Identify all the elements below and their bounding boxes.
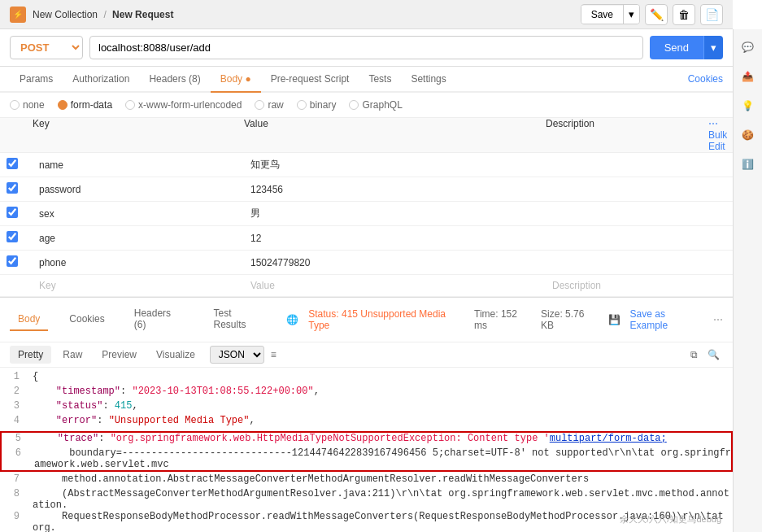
save-dropdown-button[interactable]: ▾ <box>623 5 639 24</box>
row1-checkbox[interactable] <box>7 158 18 169</box>
empty-value[interactable]: Value <box>244 275 546 296</box>
radio-none[interactable]: none <box>10 99 45 111</box>
row1-value[interactable]: 知更鸟 <box>244 153 546 177</box>
error-highlight-block: 5 "trace": "org.springframework.web.Http… <box>0 431 733 472</box>
response-tab-test-results[interactable]: Test Results <box>206 303 274 337</box>
radio-dot-form-data <box>58 100 67 110</box>
radio-dot-graphql <box>349 100 359 110</box>
radio-dot-none <box>10 100 20 110</box>
breadcrumb: New Collection / New Request <box>33 9 173 20</box>
app-icon: ⚡ <box>10 7 26 23</box>
row2-value[interactable]: 123456 <box>244 179 546 200</box>
cookies-link[interactable]: Cookies <box>688 73 723 85</box>
send-button[interactable]: Send <box>650 36 703 59</box>
radio-form-data[interactable]: form-data <box>58 99 112 111</box>
radio-graphql[interactable]: GraphQL <box>349 99 402 111</box>
url-bar: POST GET PUT DELETE Send ▾ <box>0 29 733 67</box>
row4-key[interactable]: age <box>33 228 244 249</box>
cookie-icon[interactable]: 🍪 <box>737 124 760 146</box>
form-table-header: Key Value Description ⋯ Bulk Edit <box>0 118 733 153</box>
row4-description[interactable] <box>546 233 708 243</box>
row4-value[interactable]: 12 <box>244 228 546 249</box>
json-line-1: 1 { <box>0 371 733 386</box>
format-tab-preview[interactable]: Preview <box>94 346 145 364</box>
row3-key[interactable]: sex <box>33 203 244 225</box>
json-line-5: 5 "trace": "org.springframework.web.Http… <box>2 433 731 447</box>
row1-description[interactable] <box>546 160 708 170</box>
col-key: Key <box>33 118 244 152</box>
table-empty-row: Key Value Description <box>0 275 733 297</box>
response-tab-cookies[interactable]: Cookies <box>61 308 112 331</box>
col-bulk-edit[interactable]: ⋯ Bulk Edit <box>708 118 733 152</box>
table-row: name 知更鸟 <box>0 153 733 177</box>
response-tab-headers[interactable]: Headers (6) <box>126 303 193 337</box>
copy-icon[interactable]: ⧉ <box>687 346 701 364</box>
info-icon[interactable]: ℹ️ <box>737 153 760 176</box>
comments-icon[interactable]: 💬 <box>737 36 760 59</box>
tab-tests[interactable]: Tests <box>359 67 401 93</box>
top-bar-actions: Save ▾ ✏️ 🗑 📄 <box>581 4 723 25</box>
send-btn-group: Send ▾ <box>650 36 723 59</box>
time-value: Time: 152 ms <box>474 308 531 331</box>
request-tabs: Params Authorization Headers (8) Body ● … <box>0 67 733 93</box>
json-line-6: 6 boundary=-----------------------------… <box>2 447 731 470</box>
save-button[interactable]: Save <box>581 6 623 24</box>
format-tab-pretty[interactable]: Pretty <box>10 346 51 364</box>
tab-headers[interactable]: Headers (8) <box>139 67 210 93</box>
form-table-area: Key Value Description ⋯ Bulk Edit name 知… <box>0 118 733 297</box>
tab-body[interactable]: Body ● <box>211 67 261 93</box>
response-tab-body[interactable]: Body <box>10 308 48 331</box>
edit-icon-button[interactable]: ✏️ <box>645 4 668 25</box>
url-input[interactable] <box>89 36 643 59</box>
file-icon-button[interactable]: 📄 <box>700 4 723 25</box>
row1-key[interactable]: name <box>33 155 244 176</box>
response-meta: 🌐 Status: 415 Unsupported Media Type Tim… <box>286 308 723 331</box>
status-badge: Status: 415 Unsupported Media Type <box>308 308 464 331</box>
delete-icon-button[interactable]: 🗑 <box>673 4 695 25</box>
tab-params[interactable]: Params <box>10 67 63 93</box>
row5-checkbox[interactable] <box>7 255 18 267</box>
row3-description[interactable] <box>546 209 708 219</box>
save-example-button[interactable]: Save as Example <box>630 308 704 331</box>
row5-key[interactable]: phone <box>33 252 244 273</box>
more-options-icon[interactable]: ⋯ <box>713 314 723 325</box>
row4-checkbox[interactable] <box>7 231 18 242</box>
radio-dot-binary <box>297 100 307 110</box>
row3-value[interactable]: 男 <box>244 202 546 225</box>
row5-value[interactable]: 15024779820 <box>244 252 546 273</box>
radio-raw[interactable]: raw <box>255 99 283 111</box>
method-select[interactable]: POST GET PUT DELETE <box>10 36 83 59</box>
row3-checkbox[interactable] <box>7 207 18 218</box>
save-icon: 💾 <box>608 314 620 325</box>
json-line-3: 3 "status": 415, <box>0 400 733 415</box>
empty-key[interactable]: Key <box>33 275 244 296</box>
lightbulb-icon[interactable]: 💡 <box>737 94 760 117</box>
top-bar: ⚡ New Collection / New Request Save ▾ ✏️… <box>0 0 733 29</box>
body-type-row: none form-data x-www-form-urlencoded raw… <box>0 93 733 118</box>
format-tab-raw[interactable]: Raw <box>54 346 90 364</box>
size-value: Size: 5.76 KB <box>541 308 598 331</box>
json-line-7: 7 method.annotation.AbstractMessageConve… <box>0 473 733 488</box>
json-output: 1 { 2 "timestamp": "2023-10-13T01:08:55.… <box>0 368 733 532</box>
row5-description[interactable] <box>546 258 708 268</box>
row2-description[interactable] <box>546 185 708 194</box>
tab-settings[interactable]: Settings <box>401 67 455 93</box>
tab-pre-request[interactable]: Pre-request Script <box>261 67 359 93</box>
format-lines-icon[interactable]: ≡ <box>271 349 276 360</box>
table-row: sex 男 <box>0 202 733 226</box>
row2-key[interactable]: password <box>33 179 244 200</box>
watermark: 余大大/六六/知更鸟debug <box>620 513 721 525</box>
send-side-icon[interactable]: 📤 <box>737 65 760 88</box>
col-value: Value <box>244 118 546 152</box>
radio-dot-raw <box>255 100 264 110</box>
search-icon[interactable]: 🔍 <box>704 346 723 364</box>
side-panel: 💬 📤 💡 🍪 ℹ️ <box>733 29 762 532</box>
radio-urlencoded[interactable]: x-www-form-urlencoded <box>125 99 242 111</box>
empty-description[interactable]: Description <box>546 275 708 296</box>
radio-binary[interactable]: binary <box>297 99 337 111</box>
send-dropdown-button[interactable]: ▾ <box>703 36 723 59</box>
format-tab-visualize[interactable]: Visualize <box>148 346 203 364</box>
format-select[interactable]: JSON XML HTML <box>210 346 264 364</box>
row2-checkbox[interactable] <box>7 182 18 194</box>
tab-authorization[interactable]: Authorization <box>63 67 139 93</box>
